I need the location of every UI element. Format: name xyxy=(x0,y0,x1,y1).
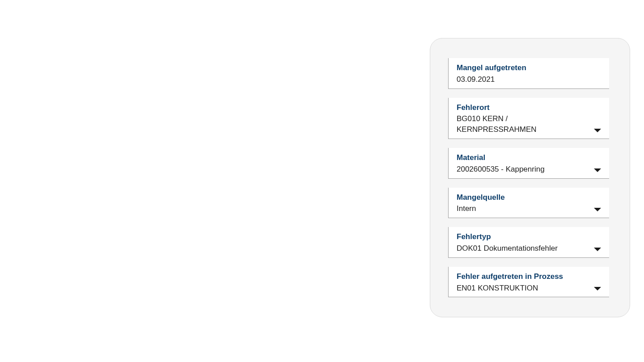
field-fehler-prozess[interactable]: Fehler aufgetreten in Prozess EN01 KONST… xyxy=(448,267,609,298)
dropdown-caret-icon xyxy=(594,129,601,132)
field-mangelquelle[interactable]: Mangelquelle Intern xyxy=(448,188,609,219)
field-mangel-aufgetreten[interactable]: Mangel aufgetreten 03.09.2021 xyxy=(448,58,609,89)
field-value-material: 2002600535 - Kappenring xyxy=(457,164,602,175)
dropdown-caret-icon xyxy=(594,168,601,172)
field-label-fehlertyp: Fehlertyp xyxy=(457,232,602,242)
field-fehlerort[interactable]: Fehlerort BG010 KERN / KERNPRESSRAHMEN xyxy=(448,98,609,139)
field-label-mangel-aufgetreten: Mangel aufgetreten xyxy=(457,63,602,73)
field-value-fehlerort: BG010 KERN / KERNPRESSRAHMEN xyxy=(457,114,602,135)
field-value-mangel-aufgetreten: 03.09.2021 xyxy=(457,74,602,85)
dropdown-caret-icon xyxy=(594,287,601,290)
field-value-mangelquelle: Intern xyxy=(457,203,602,214)
dropdown-caret-icon xyxy=(594,208,601,211)
dropdown-caret-icon xyxy=(594,248,601,251)
field-value-fehler-prozess: EN01 KONSTRUKTION xyxy=(457,283,602,294)
field-label-fehler-prozess: Fehler aufgetreten in Prozess xyxy=(457,271,602,282)
field-label-material: Material xyxy=(457,152,602,163)
field-label-mangelquelle: Mangelquelle xyxy=(457,192,602,203)
field-material[interactable]: Material 2002600535 - Kappenring xyxy=(448,148,609,179)
defect-details-panel: Mangel aufgetreten 03.09.2021 Fehlerort … xyxy=(430,38,630,317)
field-fehlertyp[interactable]: Fehlertyp DOK01 Dokumentationsfehler xyxy=(448,227,609,258)
field-value-fehlertyp: DOK01 Dokumentationsfehler xyxy=(457,243,602,254)
field-label-fehlerort: Fehlerort xyxy=(457,102,602,113)
